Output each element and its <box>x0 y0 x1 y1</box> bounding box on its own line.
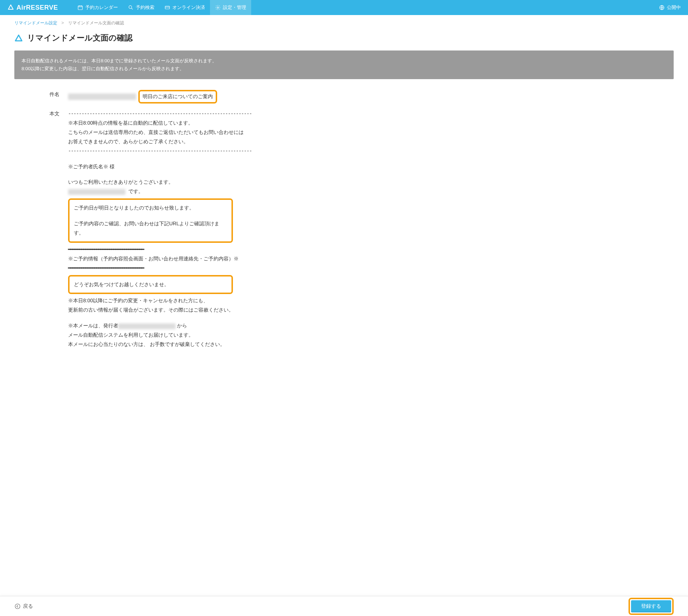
body-line: ご予約内容のご確認、お問い合わせは下記URLよりご確認頂けます。 <box>74 219 227 238</box>
body-line: ※本日8:00以降にご予約の変更・キャンセルをされた方にも、 <box>68 296 269 305</box>
breadcrumb-separator: > <box>61 20 64 25</box>
page-title: リマインドメール文面の確認 <box>27 33 133 43</box>
nav-payment[interactable]: オンライン決済 <box>159 0 210 15</box>
body-highlight-2: どうぞお気をつけてお越しくださいませ。 <box>68 275 233 294</box>
body-highlight-1: ご予約日が明日となりましたのでお知らせ致します。 ご予約内容のご確認、お問い合わ… <box>68 198 233 243</box>
redacted-text <box>68 189 125 195</box>
nav-search[interactable]: 予約検索 <box>123 0 159 15</box>
nav-settings[interactable]: 設定・管理 <box>210 0 251 15</box>
dash-divider: ----------------------------------------… <box>68 146 269 156</box>
subject-value: 明日のご来店についてのご案内 <box>68 90 674 104</box>
triangle-icon <box>14 34 23 42</box>
body-line: ※本メールは、発行者 から <box>68 321 269 331</box>
body-line: です。 <box>68 187 269 196</box>
nav-label: 予約検索 <box>136 4 154 11</box>
notice-line: 8:00以降に変更した内容は、翌日に自動配信されるメールから反映されます。 <box>22 65 666 73</box>
body-line: 本メールにお心当たりのない方は、 お手数ですが破棄してください。 <box>68 340 269 349</box>
notice-line: 本日自動配信されるメールには、本日8:00までに登録されていたメール文面が反映さ… <box>22 57 666 65</box>
subject-label: 件名 <box>14 90 68 98</box>
body-line: ※本日8:00時点の情報を基に自動的に配信しています。 <box>68 119 269 128</box>
card-icon <box>164 5 170 10</box>
nav-label: オンライン決済 <box>172 4 205 11</box>
logo[interactable]: AirRESERVE <box>7 4 58 11</box>
svg-rect-2 <box>165 6 169 9</box>
heavy-divider: ━━━━━━━━━━━━━━━━━━━━━━━━━━━━━━━━━━━ <box>68 245 269 254</box>
publish-status[interactable]: 公開中 <box>659 4 681 11</box>
logo-text: AirRESERVE <box>16 4 58 11</box>
nav-label: 予約カレンダー <box>85 4 118 11</box>
body-row: 本文 -------------------------------------… <box>14 109 674 349</box>
breadcrumb-parent[interactable]: リマインドメール設定 <box>14 20 57 25</box>
body-label: 本文 <box>14 109 68 117</box>
body-line: メール自動配信システムを利用してお届けしています。 <box>68 331 269 340</box>
heavy-divider: ━━━━━━━━━━━━━━━━━━━━━━━━━━━━━━━━━━━ <box>68 264 269 273</box>
dash-divider: ----------------------------------------… <box>68 109 269 119</box>
globe-icon <box>659 5 665 10</box>
breadcrumb-current: リマインドメール文面の確認 <box>68 20 124 25</box>
body-line: ※ご予約情報（予約内容照会画面・お問い合わせ用連絡先・ご予約内容）※ <box>68 254 269 264</box>
subject-highlight: 明日のご来店についてのご案内 <box>138 90 217 104</box>
svg-point-1 <box>129 6 132 9</box>
body-line: お答えできませんので、あらかじめご了承ください。 <box>68 137 269 146</box>
main-nav: 予約カレンダー 予約検索 オンライン決済 設定・管理 <box>72 0 251 15</box>
svg-point-3 <box>217 7 219 8</box>
body-line: どうぞお気をつけてお越しくださいませ。 <box>74 280 227 289</box>
body-line: ご予約日が明日となりましたのでお知らせ致します。 <box>74 203 227 213</box>
status-label: 公開中 <box>667 4 681 11</box>
nav-calendar[interactable]: 予約カレンダー <box>72 0 123 15</box>
global-header: AirRESERVE 予約カレンダー 予約検索 オンライン決済 設定・管理 <box>0 0 688 15</box>
gear-icon <box>215 5 221 10</box>
redacted-text <box>118 323 176 329</box>
logo-icon <box>7 4 14 11</box>
nav-label: 設定・管理 <box>223 4 246 11</box>
body-line: こちらのメールは送信専用のため、直接ご返信いただいてもお問い合わせには <box>68 128 269 137</box>
body-line: ※ご予約者氏名※ 様 <box>68 162 269 172</box>
calendar-icon <box>77 5 83 10</box>
body-line: 更新前の古い情報が届く場合がございます。その際にはご容赦ください。 <box>68 305 269 315</box>
breadcrumb: リマインドメール設定 > リマインドメール文面の確認 <box>0 15 688 26</box>
notice-box: 本日自動配信されるメールには、本日8:00までに登録されていたメール文面が反映さ… <box>14 50 674 79</box>
body-value: ----------------------------------------… <box>68 109 269 349</box>
page-title-row: リマインドメール文面の確認 <box>0 26 688 50</box>
subject-row: 件名 明日のご来店についてのご案内 <box>14 90 674 104</box>
content-area: 件名 明日のご来店についてのご案内 本文 -------------------… <box>0 90 688 398</box>
svg-rect-0 <box>78 6 82 10</box>
body-line: いつもご利用いただきありがとうございます。 <box>68 178 269 187</box>
redacted-text <box>68 93 136 100</box>
search-icon <box>128 5 134 10</box>
